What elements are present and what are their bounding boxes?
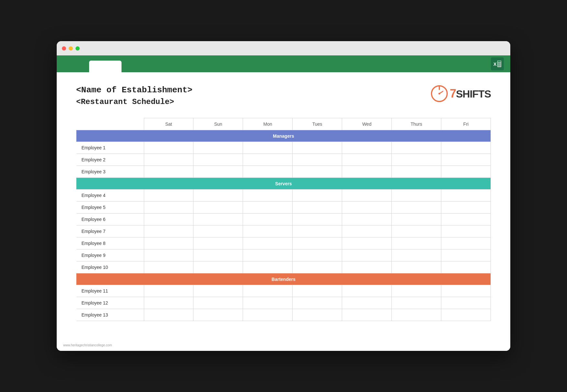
schedule-cell[interactable] [293, 309, 342, 321]
schedule-cell[interactable] [144, 285, 193, 297]
schedule-cell[interactable] [193, 285, 243, 297]
svg-rect-3 [498, 63, 501, 63]
schedule-cell[interactable] [293, 297, 342, 309]
table-row: Employee 13 [76, 309, 491, 321]
schedule-cell[interactable] [441, 166, 491, 178]
schedule-cell[interactable] [392, 285, 441, 297]
schedule-cell[interactable] [144, 213, 193, 225]
schedule-cell[interactable] [193, 190, 243, 202]
schedule-cell[interactable] [144, 249, 193, 261]
schedule-cell[interactable] [243, 225, 293, 237]
maximize-button[interactable] [75, 46, 80, 51]
schedule-cell[interactable] [293, 225, 342, 237]
schedule-cell[interactable] [441, 309, 491, 321]
schedule-cell[interactable] [193, 154, 243, 166]
schedule-cell[interactable] [144, 202, 193, 213]
schedule-cell[interactable] [392, 190, 441, 202]
minimize-button[interactable] [69, 46, 73, 51]
schedule-cell[interactable] [293, 249, 342, 261]
schedule-cell[interactable] [293, 237, 342, 249]
schedule-cell[interactable] [243, 190, 293, 202]
schedule-cell[interactable] [441, 249, 491, 261]
schedule-cell[interactable] [193, 213, 243, 225]
schedule-cell[interactable] [243, 166, 293, 178]
schedule-cell[interactable] [441, 202, 491, 213]
schedule-cell[interactable] [243, 297, 293, 309]
schedule-cell[interactable] [243, 213, 293, 225]
schedule-cell[interactable] [441, 190, 491, 202]
schedule-cell[interactable] [293, 142, 342, 154]
schedule-cell[interactable] [441, 213, 491, 225]
schedule-cell[interactable] [293, 202, 342, 213]
schedule-cell[interactable] [193, 142, 243, 154]
schedule-cell[interactable] [144, 142, 193, 154]
schedule-cell[interactable] [441, 261, 491, 273]
schedule-cell[interactable] [342, 213, 392, 225]
schedule-cell[interactable] [342, 225, 392, 237]
schedule-cell[interactable] [293, 154, 342, 166]
schedule-cell[interactable] [441, 285, 491, 297]
schedule-cell[interactable] [293, 285, 342, 297]
schedule-cell[interactable] [392, 225, 441, 237]
schedule-cell[interactable] [441, 225, 491, 237]
schedule-cell[interactable] [392, 297, 441, 309]
schedule-cell[interactable] [342, 202, 392, 213]
schedule-cell[interactable] [193, 309, 243, 321]
schedule-cell[interactable] [293, 261, 342, 273]
schedule-cell[interactable] [144, 225, 193, 237]
schedule-cell[interactable] [144, 261, 193, 273]
category-label-managers: Managers [76, 130, 491, 142]
schedule-cell[interactable] [441, 237, 491, 249]
schedule-cell[interactable] [342, 249, 392, 261]
schedule-cell[interactable] [243, 249, 293, 261]
active-tab[interactable] [89, 61, 122, 72]
schedule-cell[interactable] [342, 297, 392, 309]
schedule-cell[interactable] [342, 166, 392, 178]
schedule-cell[interactable] [144, 154, 193, 166]
schedule-cell[interactable] [193, 249, 243, 261]
schedule-cell[interactable] [342, 285, 392, 297]
schedule-cell[interactable] [342, 309, 392, 321]
schedule-cell[interactable] [392, 213, 441, 225]
schedule-cell[interactable] [144, 166, 193, 178]
schedule-cell[interactable] [144, 237, 193, 249]
schedule-cell[interactable] [392, 202, 441, 213]
schedule-cell[interactable] [392, 237, 441, 249]
schedule-cell[interactable] [342, 261, 392, 273]
schedule-cell[interactable] [243, 237, 293, 249]
schedule-cell[interactable] [392, 166, 441, 178]
schedule-cell[interactable] [243, 309, 293, 321]
schedule-cell[interactable] [243, 261, 293, 273]
schedule-cell[interactable] [243, 285, 293, 297]
schedule-cell[interactable] [243, 202, 293, 213]
schedule-cell[interactable] [193, 225, 243, 237]
schedule-cell[interactable] [293, 213, 342, 225]
schedule-cell[interactable] [392, 249, 441, 261]
schedule-cell[interactable] [193, 166, 243, 178]
schedule-cell[interactable] [293, 166, 342, 178]
schedule-cell[interactable] [441, 142, 491, 154]
schedule-cell[interactable] [243, 142, 293, 154]
schedule-cell[interactable] [342, 190, 392, 202]
schedule-cell[interactable] [193, 202, 243, 213]
schedule-cell[interactable] [193, 237, 243, 249]
schedule-cell[interactable] [392, 261, 441, 273]
schedule-cell[interactable] [342, 154, 392, 166]
schedule-cell[interactable] [293, 190, 342, 202]
schedule-cell[interactable] [392, 142, 441, 154]
schedule-cell[interactable] [193, 297, 243, 309]
schedule-cell[interactable] [342, 142, 392, 154]
table-row: Employee 8 [76, 237, 491, 249]
close-button[interactable] [62, 46, 66, 51]
schedule-cell[interactable] [243, 154, 293, 166]
schedule-cell[interactable] [392, 309, 441, 321]
schedule-cell[interactable] [392, 154, 441, 166]
excel-icon[interactable]: X [491, 57, 504, 70]
schedule-cell[interactable] [441, 297, 491, 309]
schedule-cell[interactable] [144, 297, 193, 309]
schedule-cell[interactable] [342, 237, 392, 249]
schedule-cell[interactable] [193, 261, 243, 273]
schedule-cell[interactable] [144, 190, 193, 202]
schedule-cell[interactable] [441, 154, 491, 166]
schedule-cell[interactable] [144, 309, 193, 321]
